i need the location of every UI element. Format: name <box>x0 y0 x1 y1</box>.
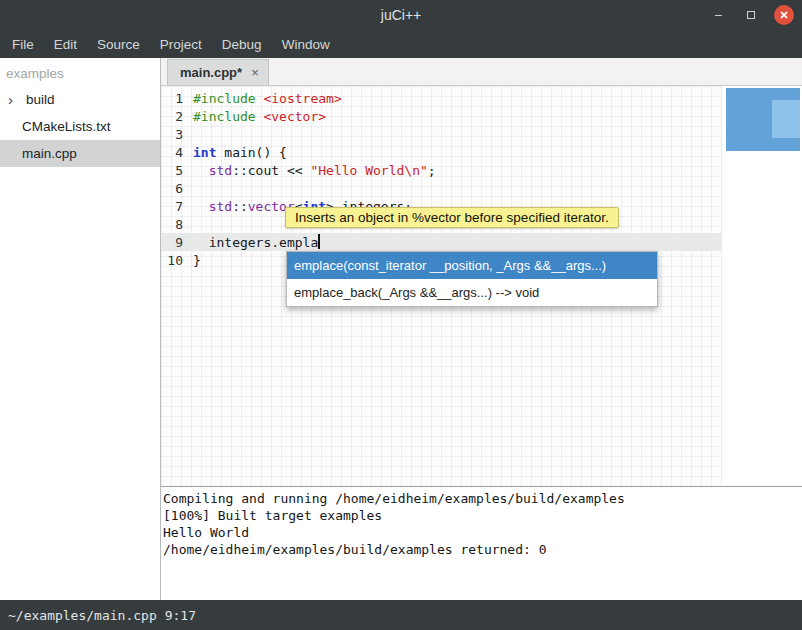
window-controls: − ✕ <box>708 0 794 30</box>
sidebar-item-build[interactable]: ›build <box>0 86 160 113</box>
menu-source[interactable]: Source <box>87 30 150 58</box>
terminal-line: [100%] Built target examples <box>163 507 802 524</box>
line-number: 6 <box>161 181 183 196</box>
code-text: #include <iostream> <box>183 91 342 106</box>
sidebar-item-main-cpp[interactable]: main.cpp <box>0 140 160 167</box>
menu-edit[interactable]: Edit <box>44 30 87 58</box>
tab-label: main.cpp* <box>180 65 242 80</box>
window-title: juCi++ <box>0 7 802 23</box>
expander-icon[interactable]: › <box>8 90 13 107</box>
line-number: 2 <box>161 109 183 124</box>
close-button[interactable]: ✕ <box>774 5 794 25</box>
app-window: juCi++ − ✕ FileEditSourceProjectDebugWin… <box>0 0 802 630</box>
status-cursor-position: 9:17 <box>165 608 196 623</box>
editor-line[interactable]: 1#include <iostream> <box>161 89 722 107</box>
editor-line[interactable]: 2#include <vector> <box>161 107 722 125</box>
restore-button[interactable] <box>741 5 761 25</box>
minimize-button[interactable]: − <box>708 5 728 25</box>
editor-line[interactable]: 4int main() { <box>161 143 722 161</box>
tree-item-label: build <box>26 92 55 107</box>
close-icon: ✕ <box>779 9 788 22</box>
line-number: 1 <box>161 91 183 106</box>
line-number: 8 <box>161 217 183 232</box>
editor-region: 1#include <iostream>2#include <vector>34… <box>161 86 802 486</box>
tab-main-cpp[interactable]: main.cpp* × <box>167 59 269 85</box>
doc-tooltip: Inserts an object in %vector before spec… <box>285 207 619 228</box>
editor-line[interactable]: 6 <box>161 179 722 197</box>
status-file-path: ~/examples/main.cpp <box>8 608 157 623</box>
scrollbar-strip <box>723 86 802 486</box>
completion-item[interactable]: emplace_back(_Args &&__args...) --> void <box>287 279 657 306</box>
restore-icon <box>747 11 755 19</box>
autocomplete-popup: emplace(const_iterator __position, _Args… <box>286 251 658 307</box>
tree-item-label: main.cpp <box>22 146 77 161</box>
project-name-label: examples <box>0 58 160 86</box>
main-area: examples ›buildCMakeLists.txtmain.cpp ma… <box>0 58 802 600</box>
editor-line[interactable]: 5 std::cout << "Hello World\n"; <box>161 161 722 179</box>
menu-file[interactable]: File <box>2 30 44 58</box>
scrollbar-thumb-highlight <box>772 100 800 138</box>
completion-item[interactable]: emplace(const_iterator __position, _Args… <box>287 252 657 279</box>
editor-line[interactable]: 9 integers.empla <box>161 233 722 251</box>
tab-close-icon[interactable]: × <box>251 65 259 80</box>
code-text: } <box>183 253 201 268</box>
line-number: 7 <box>161 199 183 214</box>
code-text: integers.empla <box>183 234 320 250</box>
line-number: 9 <box>161 235 183 250</box>
text-caret <box>318 234 320 249</box>
minimize-icon: − <box>714 7 722 23</box>
editor-line[interactable]: 3 <box>161 125 722 143</box>
code-text: std::cout << "Hello World\n"; <box>183 163 436 178</box>
menu-project[interactable]: Project <box>150 30 212 58</box>
menu-window[interactable]: Window <box>272 30 340 58</box>
terminal-line: Hello World <box>163 524 802 541</box>
terminal-line: /home/eidheim/examples/build/examples re… <box>163 541 802 558</box>
file-tree: ›buildCMakeLists.txtmain.cpp <box>0 86 160 167</box>
line-number: 4 <box>161 145 183 160</box>
tabbar: main.cpp* × <box>161 58 802 86</box>
line-number: 5 <box>161 163 183 178</box>
tree-item-label: CMakeLists.txt <box>22 119 111 134</box>
sidebar-item-cmakelists-txt[interactable]: CMakeLists.txt <box>0 113 160 140</box>
menubar: FileEditSourceProjectDebugWindow <box>0 30 802 58</box>
menu-debug[interactable]: Debug <box>212 30 272 58</box>
titlebar[interactable]: juCi++ − ✕ <box>0 0 802 30</box>
build-output-panel[interactable]: Compiling and running /home/eidheim/exam… <box>161 486 802 600</box>
file-tree-panel: examples ›buildCMakeLists.txtmain.cpp <box>0 58 161 600</box>
statusbar: ~/examples/main.cpp 9:17 <box>0 600 802 630</box>
line-number: 10 <box>161 253 183 268</box>
terminal-line: Compiling and running /home/eidheim/exam… <box>163 490 802 507</box>
line-number: 3 <box>161 127 183 142</box>
scrollbar-thumb[interactable] <box>726 88 800 151</box>
editor-column: main.cpp* × 1#include <iostream>2#includ… <box>161 58 802 600</box>
code-text: int main() { <box>183 145 287 160</box>
code-text: #include <vector> <box>183 109 326 124</box>
